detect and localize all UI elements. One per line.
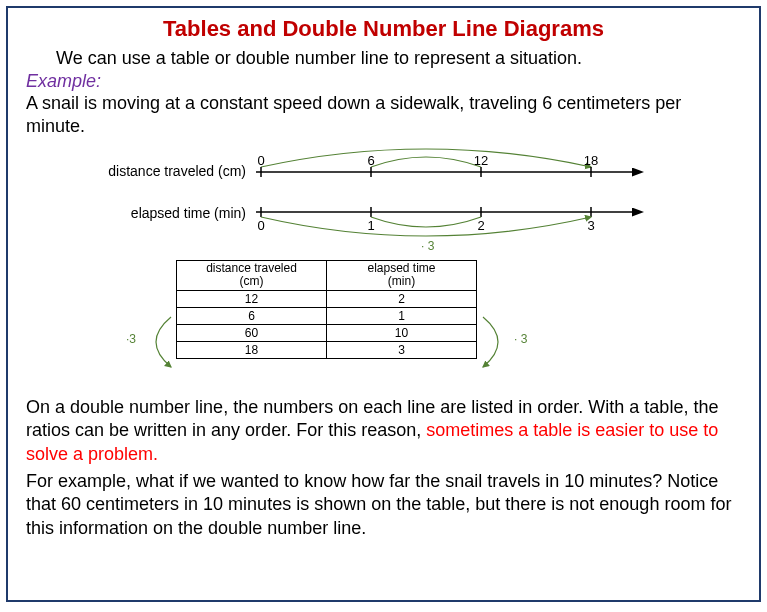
distance-tick-1: 6	[361, 153, 381, 168]
table-header-distance: distance traveled (cm)	[177, 260, 327, 290]
example-text: A snail is moving at a constant speed do…	[26, 92, 741, 139]
bottom-arc-multiplier: · 3	[421, 239, 434, 253]
table-row: 61	[177, 307, 477, 324]
distance-tick-0: 0	[251, 153, 271, 168]
ratio-table-section: distance traveled (cm) elapsed time (min…	[26, 252, 741, 392]
time-tick-0: 0	[251, 218, 271, 233]
time-tick-2: 2	[471, 218, 491, 233]
right-multiplier: · 3	[514, 332, 527, 346]
left-multiplier: ·3	[126, 332, 136, 346]
table-row: 122	[177, 290, 477, 307]
table-row: 6010	[177, 324, 477, 341]
table-row: 183	[177, 341, 477, 358]
distance-tick-2: 12	[471, 153, 491, 168]
double-number-line-diagram: distance traveled (cm) 0 6 12 18	[26, 145, 741, 250]
time-tick-3: 3	[581, 218, 601, 233]
time-tick-1: 1	[361, 218, 381, 233]
distance-tick-3: 18	[581, 153, 601, 168]
ratio-table: distance traveled (cm) elapsed time (min…	[176, 260, 477, 359]
explanation-paragraph-2: For example, what if we wanted to know h…	[26, 470, 741, 540]
intro-text: We can use a table or double number line…	[56, 48, 741, 69]
page-title: Tables and Double Number Line Diagrams	[26, 16, 741, 42]
time-axis-label: elapsed time (min)	[66, 205, 246, 221]
explanation-paragraph-1: On a double number line, the numbers on …	[26, 396, 741, 466]
example-label: Example:	[26, 71, 741, 92]
table-header-time: elapsed time (min)	[327, 260, 477, 290]
distance-axis-label: distance traveled (cm)	[66, 163, 246, 179]
document-frame: Tables and Double Number Line Diagrams W…	[6, 6, 761, 602]
